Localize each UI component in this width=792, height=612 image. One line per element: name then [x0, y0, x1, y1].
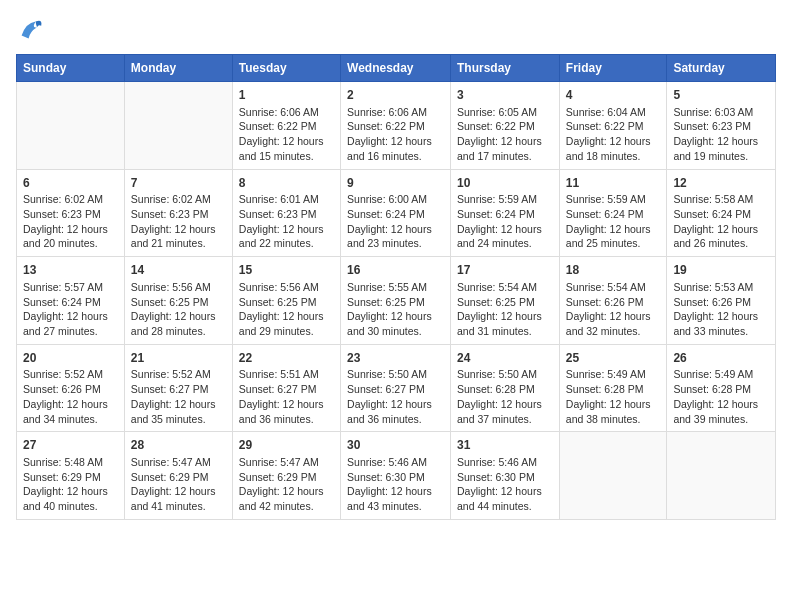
day-number: 24	[457, 350, 553, 367]
day-number: 19	[673, 262, 769, 279]
calendar-cell: 30Sunrise: 5:46 AMSunset: 6:30 PMDayligh…	[341, 432, 451, 520]
weekday-header-wednesday: Wednesday	[341, 55, 451, 82]
day-number: 20	[23, 350, 118, 367]
calendar-cell: 26Sunrise: 5:49 AMSunset: 6:28 PMDayligh…	[667, 344, 776, 432]
day-info: Sunrise: 5:57 AMSunset: 6:24 PMDaylight:…	[23, 280, 118, 339]
day-info: Sunrise: 5:52 AMSunset: 6:27 PMDaylight:…	[131, 367, 226, 426]
day-number: 26	[673, 350, 769, 367]
weekday-header-saturday: Saturday	[667, 55, 776, 82]
calendar-cell	[124, 82, 232, 170]
logo	[16, 16, 48, 44]
page-header	[16, 16, 776, 44]
day-info: Sunrise: 6:02 AMSunset: 6:23 PMDaylight:…	[131, 192, 226, 251]
logo-icon	[16, 16, 44, 44]
calendar-cell	[17, 82, 125, 170]
calendar-cell: 2Sunrise: 6:06 AMSunset: 6:22 PMDaylight…	[341, 82, 451, 170]
day-number: 12	[673, 175, 769, 192]
day-info: Sunrise: 6:00 AMSunset: 6:24 PMDaylight:…	[347, 192, 444, 251]
day-number: 8	[239, 175, 334, 192]
day-info: Sunrise: 5:49 AMSunset: 6:28 PMDaylight:…	[673, 367, 769, 426]
calendar-week-1: 1Sunrise: 6:06 AMSunset: 6:22 PMDaylight…	[17, 82, 776, 170]
calendar-cell: 18Sunrise: 5:54 AMSunset: 6:26 PMDayligh…	[559, 257, 667, 345]
calendar-cell: 5Sunrise: 6:03 AMSunset: 6:23 PMDaylight…	[667, 82, 776, 170]
day-number: 5	[673, 87, 769, 104]
calendar-cell: 29Sunrise: 5:47 AMSunset: 6:29 PMDayligh…	[232, 432, 340, 520]
day-number: 13	[23, 262, 118, 279]
day-info: Sunrise: 5:46 AMSunset: 6:30 PMDaylight:…	[457, 455, 553, 514]
day-number: 23	[347, 350, 444, 367]
day-number: 2	[347, 87, 444, 104]
calendar-cell: 24Sunrise: 5:50 AMSunset: 6:28 PMDayligh…	[451, 344, 560, 432]
day-info: Sunrise: 5:48 AMSunset: 6:29 PMDaylight:…	[23, 455, 118, 514]
day-number: 4	[566, 87, 661, 104]
day-info: Sunrise: 5:47 AMSunset: 6:29 PMDaylight:…	[239, 455, 334, 514]
day-info: Sunrise: 6:03 AMSunset: 6:23 PMDaylight:…	[673, 105, 769, 164]
day-info: Sunrise: 5:49 AMSunset: 6:28 PMDaylight:…	[566, 367, 661, 426]
calendar-cell: 12Sunrise: 5:58 AMSunset: 6:24 PMDayligh…	[667, 169, 776, 257]
calendar-cell: 16Sunrise: 5:55 AMSunset: 6:25 PMDayligh…	[341, 257, 451, 345]
calendar-cell: 20Sunrise: 5:52 AMSunset: 6:26 PMDayligh…	[17, 344, 125, 432]
calendar-cell: 10Sunrise: 5:59 AMSunset: 6:24 PMDayligh…	[451, 169, 560, 257]
calendar-week-5: 27Sunrise: 5:48 AMSunset: 6:29 PMDayligh…	[17, 432, 776, 520]
calendar-cell: 27Sunrise: 5:48 AMSunset: 6:29 PMDayligh…	[17, 432, 125, 520]
weekday-header-thursday: Thursday	[451, 55, 560, 82]
day-info: Sunrise: 5:50 AMSunset: 6:28 PMDaylight:…	[457, 367, 553, 426]
day-number: 21	[131, 350, 226, 367]
calendar-cell	[667, 432, 776, 520]
day-number: 3	[457, 87, 553, 104]
calendar-week-4: 20Sunrise: 5:52 AMSunset: 6:26 PMDayligh…	[17, 344, 776, 432]
day-info: Sunrise: 5:52 AMSunset: 6:26 PMDaylight:…	[23, 367, 118, 426]
calendar-cell: 8Sunrise: 6:01 AMSunset: 6:23 PMDaylight…	[232, 169, 340, 257]
day-info: Sunrise: 5:55 AMSunset: 6:25 PMDaylight:…	[347, 280, 444, 339]
calendar-cell: 13Sunrise: 5:57 AMSunset: 6:24 PMDayligh…	[17, 257, 125, 345]
calendar-cell: 7Sunrise: 6:02 AMSunset: 6:23 PMDaylight…	[124, 169, 232, 257]
day-number: 11	[566, 175, 661, 192]
day-number: 6	[23, 175, 118, 192]
calendar-cell: 25Sunrise: 5:49 AMSunset: 6:28 PMDayligh…	[559, 344, 667, 432]
day-info: Sunrise: 6:02 AMSunset: 6:23 PMDaylight:…	[23, 192, 118, 251]
day-number: 31	[457, 437, 553, 454]
calendar-cell: 19Sunrise: 5:53 AMSunset: 6:26 PMDayligh…	[667, 257, 776, 345]
day-info: Sunrise: 5:53 AMSunset: 6:26 PMDaylight:…	[673, 280, 769, 339]
day-info: Sunrise: 5:56 AMSunset: 6:25 PMDaylight:…	[239, 280, 334, 339]
day-info: Sunrise: 5:54 AMSunset: 6:26 PMDaylight:…	[566, 280, 661, 339]
day-number: 9	[347, 175, 444, 192]
day-info: Sunrise: 6:06 AMSunset: 6:22 PMDaylight:…	[239, 105, 334, 164]
day-number: 29	[239, 437, 334, 454]
calendar-week-3: 13Sunrise: 5:57 AMSunset: 6:24 PMDayligh…	[17, 257, 776, 345]
day-info: Sunrise: 6:06 AMSunset: 6:22 PMDaylight:…	[347, 105, 444, 164]
calendar-week-2: 6Sunrise: 6:02 AMSunset: 6:23 PMDaylight…	[17, 169, 776, 257]
calendar-cell: 11Sunrise: 5:59 AMSunset: 6:24 PMDayligh…	[559, 169, 667, 257]
day-info: Sunrise: 5:51 AMSunset: 6:27 PMDaylight:…	[239, 367, 334, 426]
day-number: 14	[131, 262, 226, 279]
day-number: 18	[566, 262, 661, 279]
weekday-header-friday: Friday	[559, 55, 667, 82]
day-info: Sunrise: 5:46 AMSunset: 6:30 PMDaylight:…	[347, 455, 444, 514]
day-info: Sunrise: 5:56 AMSunset: 6:25 PMDaylight:…	[131, 280, 226, 339]
calendar-cell: 1Sunrise: 6:06 AMSunset: 6:22 PMDaylight…	[232, 82, 340, 170]
weekday-header-row: SundayMondayTuesdayWednesdayThursdayFrid…	[17, 55, 776, 82]
day-number: 7	[131, 175, 226, 192]
day-number: 10	[457, 175, 553, 192]
day-number: 17	[457, 262, 553, 279]
day-info: Sunrise: 5:54 AMSunset: 6:25 PMDaylight:…	[457, 280, 553, 339]
calendar-cell: 4Sunrise: 6:04 AMSunset: 6:22 PMDaylight…	[559, 82, 667, 170]
day-info: Sunrise: 5:47 AMSunset: 6:29 PMDaylight:…	[131, 455, 226, 514]
calendar-cell: 9Sunrise: 6:00 AMSunset: 6:24 PMDaylight…	[341, 169, 451, 257]
calendar-cell: 28Sunrise: 5:47 AMSunset: 6:29 PMDayligh…	[124, 432, 232, 520]
day-info: Sunrise: 5:50 AMSunset: 6:27 PMDaylight:…	[347, 367, 444, 426]
calendar-cell: 22Sunrise: 5:51 AMSunset: 6:27 PMDayligh…	[232, 344, 340, 432]
day-info: Sunrise: 6:04 AMSunset: 6:22 PMDaylight:…	[566, 105, 661, 164]
day-number: 28	[131, 437, 226, 454]
calendar-body: 1Sunrise: 6:06 AMSunset: 6:22 PMDaylight…	[17, 82, 776, 520]
day-info: Sunrise: 6:01 AMSunset: 6:23 PMDaylight:…	[239, 192, 334, 251]
day-info: Sunrise: 5:59 AMSunset: 6:24 PMDaylight:…	[457, 192, 553, 251]
calendar-cell: 15Sunrise: 5:56 AMSunset: 6:25 PMDayligh…	[232, 257, 340, 345]
day-info: Sunrise: 5:59 AMSunset: 6:24 PMDaylight:…	[566, 192, 661, 251]
weekday-header-tuesday: Tuesday	[232, 55, 340, 82]
day-number: 27	[23, 437, 118, 454]
day-number: 25	[566, 350, 661, 367]
day-number: 1	[239, 87, 334, 104]
calendar-cell	[559, 432, 667, 520]
day-number: 16	[347, 262, 444, 279]
